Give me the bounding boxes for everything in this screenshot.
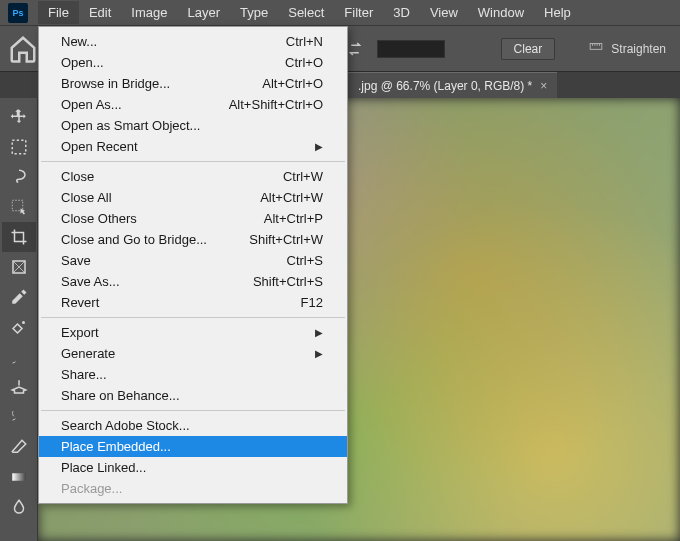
menu-separator [41, 161, 345, 162]
clear-button[interactable]: Clear [501, 38, 556, 60]
menu-shortcut: Alt+Shift+Ctrl+O [229, 97, 323, 112]
menu-shortcut: Ctrl+W [283, 169, 323, 184]
menu-item-label: New... [61, 34, 97, 49]
menu-item-open[interactable]: Open...Ctrl+O [39, 52, 347, 73]
photoshop-logo: Ps [8, 3, 28, 23]
menu-item-label: Share on Behance... [61, 388, 180, 403]
menu-item-label: Share... [61, 367, 107, 382]
menu-item-package: Package... [39, 478, 347, 499]
menu-help[interactable]: Help [534, 1, 581, 24]
frame-tool[interactable] [2, 252, 36, 282]
home-icon[interactable] [8, 34, 38, 64]
menu-type[interactable]: Type [230, 1, 278, 24]
history-brush-tool[interactable] [2, 402, 36, 432]
menu-shortcut: Alt+Ctrl+P [264, 211, 323, 226]
menu-item-search-adobe-stock[interactable]: Search Adobe Stock... [39, 415, 347, 436]
menubar: Ps FileEditImageLayerTypeSelectFilter3DV… [0, 0, 680, 26]
menu-item-browse-in-bridge[interactable]: Browse in Bridge...Alt+Ctrl+O [39, 73, 347, 94]
healing-brush-tool[interactable] [2, 312, 36, 342]
clone-stamp-tool[interactable] [2, 372, 36, 402]
menu-shortcut: F12 [301, 295, 323, 310]
menu-image[interactable]: Image [121, 1, 177, 24]
menu-item-close-and-go-to-bridge[interactable]: Close and Go to Bridge...Shift+Ctrl+W [39, 229, 347, 250]
submenu-arrow-icon: ▶ [315, 348, 323, 359]
svg-rect-0 [590, 44, 602, 50]
svg-rect-1 [12, 140, 26, 154]
menu-item-label: Place Embedded... [61, 439, 171, 454]
menu-item-share-on-behance[interactable]: Share on Behance... [39, 385, 347, 406]
document-tab[interactable]: .jpg @ 66.7% (Layer 0, RGB/8) * × [348, 72, 557, 98]
menu-item-label: Search Adobe Stock... [61, 418, 190, 433]
menu-item-save[interactable]: SaveCtrl+S [39, 250, 347, 271]
menu-item-place-linked[interactable]: Place Linked... [39, 457, 347, 478]
menu-item-open-recent[interactable]: Open Recent▶ [39, 136, 347, 157]
submenu-arrow-icon: ▶ [315, 327, 323, 338]
gradient-tool[interactable] [2, 462, 36, 492]
menu-item-close-others[interactable]: Close OthersAlt+Ctrl+P [39, 208, 347, 229]
menu-item-open-as-smart-object[interactable]: Open as Smart Object... [39, 115, 347, 136]
tools-panel [0, 98, 38, 541]
menu-3d[interactable]: 3D [383, 1, 420, 24]
menu-select[interactable]: Select [278, 1, 334, 24]
menu-item-generate[interactable]: Generate▶ [39, 343, 347, 364]
marquee-tool[interactable] [2, 132, 36, 162]
menu-item-new[interactable]: New...Ctrl+N [39, 31, 347, 52]
menu-item-export[interactable]: Export▶ [39, 322, 347, 343]
menu-item-label: Generate [61, 346, 115, 361]
menu-item-label: Open As... [61, 97, 122, 112]
menu-item-save-as[interactable]: Save As...Shift+Ctrl+S [39, 271, 347, 292]
svg-point-4 [22, 321, 25, 324]
menu-item-label: Close [61, 169, 94, 184]
object-select-tool[interactable] [2, 192, 36, 222]
menu-item-revert[interactable]: RevertF12 [39, 292, 347, 313]
menu-window[interactable]: Window [468, 1, 534, 24]
menu-item-label: Open... [61, 55, 104, 70]
menu-item-label: Close Others [61, 211, 137, 226]
move-tool[interactable] [2, 102, 36, 132]
menu-shortcut: Shift+Ctrl+W [249, 232, 323, 247]
menu-separator [41, 317, 345, 318]
menu-file[interactable]: File [38, 1, 79, 24]
menu-item-close[interactable]: CloseCtrl+W [39, 166, 347, 187]
menu-edit[interactable]: Edit [79, 1, 121, 24]
menu-layer[interactable]: Layer [178, 1, 231, 24]
menu-item-open-as[interactable]: Open As...Alt+Shift+Ctrl+O [39, 94, 347, 115]
menu-item-label: Revert [61, 295, 99, 310]
menu-shortcut: Ctrl+N [286, 34, 323, 49]
menu-item-label: Open as Smart Object... [61, 118, 200, 133]
file-menu-dropdown: New...Ctrl+NOpen...Ctrl+OBrowse in Bridg… [38, 26, 348, 504]
menu-shortcut: Ctrl+S [287, 253, 323, 268]
menu-item-label: Save [61, 253, 91, 268]
menu-item-label: Place Linked... [61, 460, 146, 475]
blur-tool[interactable] [2, 492, 36, 522]
menu-shortcut: Alt+Ctrl+O [262, 76, 323, 91]
close-icon[interactable]: × [540, 79, 547, 93]
menu-item-label: Close and Go to Bridge... [61, 232, 207, 247]
crop-tool[interactable] [2, 222, 36, 252]
menu-item-place-embedded[interactable]: Place Embedded... [39, 436, 347, 457]
gradient-preview[interactable] [377, 40, 445, 58]
submenu-arrow-icon: ▶ [315, 141, 323, 152]
straighten-label: Straighten [611, 42, 666, 56]
menu-shortcut: Ctrl+O [285, 55, 323, 70]
menu-item-label: Browse in Bridge... [61, 76, 170, 91]
menu-shortcut: Shift+Ctrl+S [253, 274, 323, 289]
menu-filter[interactable]: Filter [334, 1, 383, 24]
eyedropper-tool[interactable] [2, 282, 36, 312]
straighten-button[interactable]: Straighten [587, 40, 666, 57]
brush-tool[interactable] [2, 342, 36, 372]
menu-item-label: Open Recent [61, 139, 138, 154]
menu-shortcut: Alt+Ctrl+W [260, 190, 323, 205]
menu-item-share[interactable]: Share... [39, 364, 347, 385]
document-title: .jpg @ 66.7% (Layer 0, RGB/8) * [358, 79, 532, 93]
menu-view[interactable]: View [420, 1, 468, 24]
eraser-tool[interactable] [2, 432, 36, 462]
lasso-tool[interactable] [2, 162, 36, 192]
menu-item-label: Save As... [61, 274, 120, 289]
menu-item-label: Close All [61, 190, 112, 205]
menu-item-close-all[interactable]: Close AllAlt+Ctrl+W [39, 187, 347, 208]
menu-item-label: Package... [61, 481, 122, 496]
ruler-icon [587, 40, 605, 57]
menu-separator [41, 410, 345, 411]
menu-item-label: Export [61, 325, 99, 340]
